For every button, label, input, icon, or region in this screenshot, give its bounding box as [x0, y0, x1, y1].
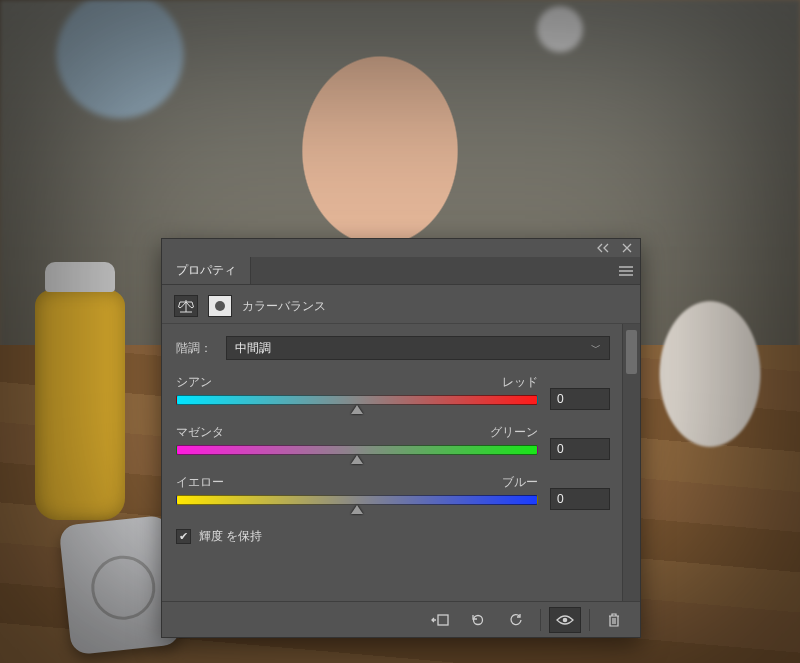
- cyan-red-value-input[interactable]: 0: [550, 388, 610, 410]
- svg-point-0: [215, 301, 225, 311]
- magenta-green-value-input[interactable]: 0: [550, 438, 610, 460]
- visibility-icon[interactable]: [549, 607, 581, 633]
- yellow-blue-value-input[interactable]: 0: [550, 488, 610, 510]
- preserve-luminosity-checkbox[interactable]: ✔: [176, 529, 191, 544]
- slider-label-magenta: マゼンタ: [176, 424, 224, 441]
- clip-to-layer-icon[interactable]: [424, 607, 456, 633]
- view-previous-state-icon[interactable]: [462, 607, 494, 633]
- adjustment-header: カラーバランス: [162, 285, 640, 323]
- slider-thumb-icon[interactable]: [351, 505, 363, 514]
- tab-properties[interactable]: プロパティ: [162, 257, 251, 284]
- balance-scale-icon: [174, 295, 198, 317]
- tone-label: 階調：: [176, 340, 216, 357]
- panel-tabbar: プロパティ: [162, 257, 640, 285]
- layer-mask-icon: [208, 295, 232, 317]
- close-icon[interactable]: [620, 241, 634, 255]
- slider-label-red: レッド: [502, 374, 538, 391]
- footer-divider: [589, 609, 590, 631]
- adjustment-title: カラーバランス: [242, 298, 326, 315]
- chevron-down-icon: ﹀: [591, 341, 601, 355]
- panel-menu-icon[interactable]: [612, 257, 640, 284]
- reset-icon[interactable]: [500, 607, 532, 633]
- footer-divider: [540, 609, 541, 631]
- yellow-blue-slider[interactable]: [176, 495, 538, 505]
- panel-scrollbar[interactable]: [622, 324, 640, 601]
- properties-panel: プロパティ カラーバランス 階調： 中間調 ﹀: [161, 238, 641, 638]
- panel-footer: [162, 601, 640, 637]
- panel-titlebar: [162, 239, 640, 257]
- scrollbar-thumb[interactable]: [626, 330, 637, 374]
- slider-label-green: グリーン: [490, 424, 538, 441]
- document-canvas: プロパティ カラーバランス 階調： 中間調 ﹀: [0, 0, 800, 663]
- tone-select[interactable]: 中間調 ﹀: [226, 336, 610, 360]
- slider-thumb-icon[interactable]: [351, 455, 363, 464]
- slider-label-cyan: シアン: [176, 374, 212, 391]
- trash-icon[interactable]: [598, 607, 630, 633]
- slider-label-yellow: イエロー: [176, 474, 224, 491]
- svg-rect-1: [438, 615, 448, 625]
- preserve-luminosity-label: 輝度 を保持: [199, 528, 262, 545]
- slider-label-blue: ブルー: [502, 474, 538, 491]
- cyan-red-slider[interactable]: [176, 395, 538, 405]
- controls-area: 階調： 中間調 ﹀ シアン レッド: [162, 324, 622, 601]
- svg-point-3: [563, 617, 568, 622]
- tone-select-value: 中間調: [235, 340, 271, 357]
- tab-label: プロパティ: [176, 262, 236, 279]
- slider-thumb-icon[interactable]: [351, 405, 363, 414]
- magenta-green-slider[interactable]: [176, 445, 538, 455]
- collapse-icon[interactable]: [596, 241, 610, 255]
- svg-point-2: [474, 615, 483, 624]
